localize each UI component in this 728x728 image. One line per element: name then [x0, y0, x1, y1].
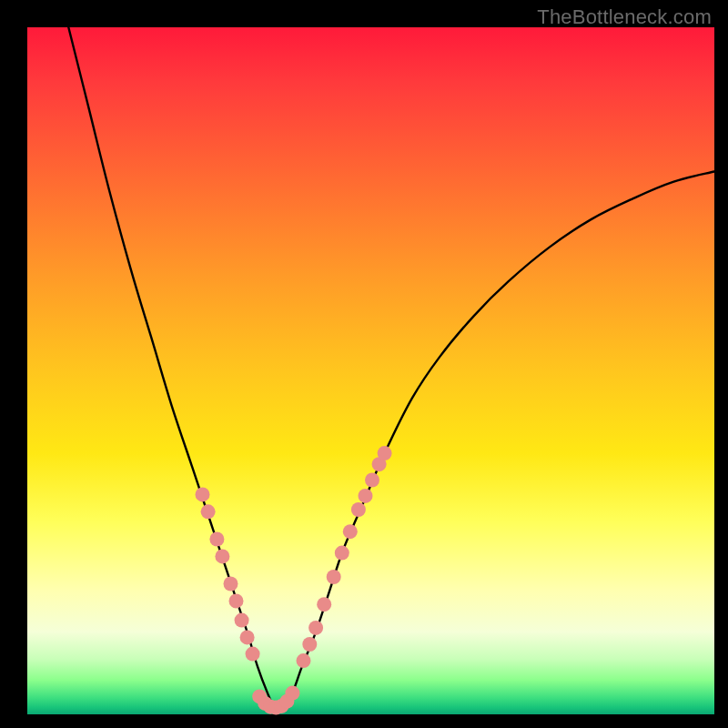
- data-point: [209, 532, 224, 547]
- data-point: [317, 597, 331, 612]
- data-point: [365, 473, 379, 488]
- right-flank-dots: [297, 446, 392, 668]
- chart-overlay: [27, 27, 714, 714]
- data-point: [335, 546, 349, 561]
- data-point: [201, 504, 216, 519]
- data-point: [224, 577, 238, 592]
- data-point: [297, 653, 311, 668]
- data-point: [327, 570, 341, 584]
- data-point: [378, 446, 392, 460]
- valley-dots: [252, 686, 299, 715]
- chart-frame: TheBottleneck.com: [0, 0, 728, 728]
- data-point: [235, 613, 249, 628]
- data-point: [302, 637, 317, 652]
- watermark-text: TheBottleneck.com: [537, 5, 712, 29]
- data-point: [285, 686, 299, 701]
- data-point: [343, 524, 358, 539]
- bottleneck-curve: [68, 27, 714, 710]
- data-point: [229, 593, 244, 608]
- data-point: [359, 489, 373, 503]
- data-point: [240, 630, 255, 644]
- data-point: [351, 502, 366, 517]
- data-point: [246, 647, 260, 662]
- data-point: [308, 621, 323, 635]
- data-point: [215, 549, 229, 563]
- data-point: [196, 487, 210, 501]
- plot-area: [27, 27, 714, 714]
